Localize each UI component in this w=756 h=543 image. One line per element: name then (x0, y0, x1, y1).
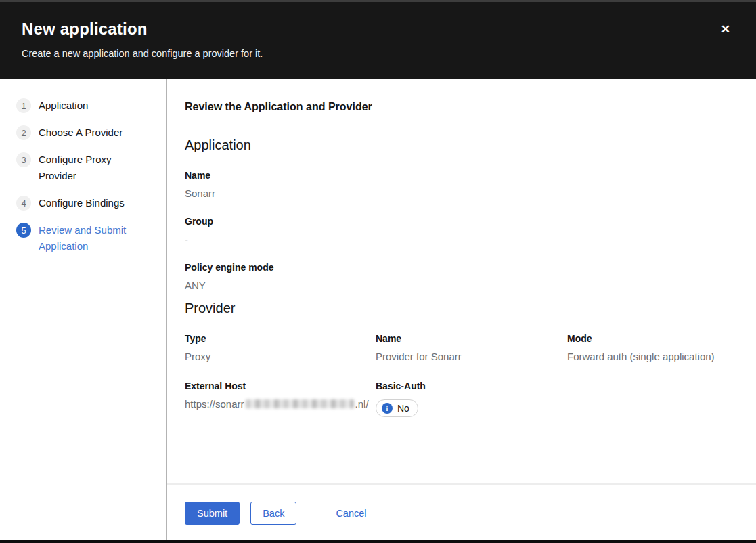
step-label: Review and Submit Application (39, 222, 135, 255)
step-number-badge: 2 (16, 125, 31, 140)
cancel-button[interactable]: Cancel (329, 502, 373, 524)
field-value: Forward auth (single application) (567, 351, 736, 362)
content-column: Review the Application and Provider Appl… (167, 79, 756, 540)
field-value: Sonarr (185, 188, 736, 199)
provider-fields-grid: Type Proxy Name Provider for Sonarr Mode… (185, 333, 736, 417)
field-label: Group (185, 216, 736, 227)
field-basic-auth: Basic-Auth i No (376, 381, 567, 417)
field-label: Type (185, 333, 376, 344)
field-label: Name (185, 170, 736, 181)
external-host-prefix: https://sonarr (185, 398, 244, 410)
field-provider-mode: Mode Forward auth (single application) (567, 333, 736, 362)
field-value: - (185, 234, 736, 245)
step-label: Configure Proxy Provider (39, 152, 135, 184)
basic-auth-status-badge: i No (376, 399, 418, 417)
external-host-value: https://sonarr.nl/ (185, 398, 376, 410)
field-label: Basic-Auth (376, 381, 567, 391)
step-number-badge: 4 (16, 196, 31, 211)
field-policy-engine-mode: Policy engine mode ANY (185, 262, 736, 291)
review-panel: Review the Application and Provider Appl… (167, 79, 756, 483)
step-configure-bindings[interactable]: 4 Configure Bindings (16, 195, 154, 211)
step-review-and-submit[interactable]: 5 Review and Submit Application (16, 222, 154, 255)
field-provider-name: Name Provider for Sonarr (376, 333, 567, 362)
step-number-badge: 3 (16, 152, 31, 167)
field-label: Name (376, 333, 567, 344)
grid-spacer (567, 381, 736, 417)
info-icon: i (382, 403, 393, 414)
field-value: Proxy (185, 351, 376, 362)
field-value: ANY (185, 280, 736, 291)
back-button[interactable]: Back (250, 502, 296, 525)
external-host-suffix: .nl/ (355, 398, 369, 410)
review-heading: Review the Application and Provider (185, 101, 736, 113)
step-label: Configure Bindings (39, 195, 125, 211)
field-label: Policy engine mode (185, 262, 736, 273)
new-application-modal: New application Create a new application… (0, 0, 756, 543)
field-application-group: Group - (185, 216, 736, 245)
field-provider-type: Type Proxy (185, 333, 376, 362)
application-section-title: Application (185, 137, 736, 153)
field-application-name: Name Sonarr (185, 170, 736, 199)
field-external-host: External Host https://sonarr.nl/ (185, 381, 376, 417)
field-value: Provider for Sonarr (376, 351, 567, 362)
modal-footer: Submit Back Cancel (167, 483, 756, 540)
modal-title: New application (22, 20, 734, 39)
modal-header: New application Create a new application… (0, 2, 756, 79)
modal-body: 1 Application 2 Choose A Provider 3 Conf… (0, 79, 756, 540)
close-icon[interactable]: ✕ (719, 22, 732, 37)
wizard-steps-sidebar: 1 Application 2 Choose A Provider 3 Conf… (0, 79, 167, 540)
field-label: Mode (567, 333, 736, 344)
step-configure-proxy-provider[interactable]: 3 Configure Proxy Provider (16, 152, 154, 184)
badge-text: No (397, 403, 409, 414)
step-application[interactable]: 1 Application (16, 97, 154, 114)
step-number-badge: 5 (16, 223, 31, 238)
modal-bottom-edge (0, 540, 756, 543)
step-number-badge: 1 (16, 98, 31, 113)
step-choose-a-provider[interactable]: 2 Choose A Provider (16, 125, 154, 141)
redacted-hostname (246, 399, 354, 408)
wizard-steps-list: 1 Application 2 Choose A Provider 3 Conf… (16, 97, 154, 255)
modal-subtitle: Create a new application and configure a… (22, 48, 734, 59)
provider-section-title: Provider (185, 301, 736, 316)
submit-button[interactable]: Submit (185, 502, 240, 525)
step-label: Application (39, 97, 88, 114)
field-label: External Host (185, 381, 376, 391)
step-label: Choose A Provider (39, 125, 123, 141)
